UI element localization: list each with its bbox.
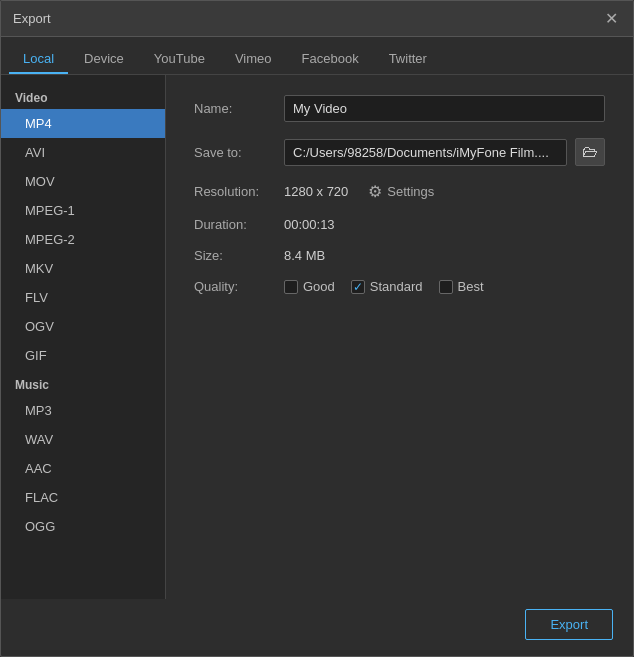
- settings-button[interactable]: ⚙ Settings: [368, 182, 434, 201]
- sidebar: Video MP4 AVI MOV MPEG-1 MPEG-2 MKV FLV …: [1, 75, 166, 599]
- sidebar-item-avi[interactable]: AVI: [1, 138, 165, 167]
- size-row: Size: 8.4 MB: [194, 248, 605, 263]
- main-panel: Name: Save to: 🗁 Resolution: 1280 x 720: [166, 75, 633, 599]
- sidebar-item-flac[interactable]: FLAC: [1, 483, 165, 512]
- quality-best-checkbox[interactable]: [439, 280, 453, 294]
- export-button[interactable]: Export: [525, 609, 613, 640]
- size-label: Size:: [194, 248, 284, 263]
- save-to-input[interactable]: [284, 139, 567, 166]
- tab-youtube[interactable]: YouTube: [140, 45, 219, 74]
- tab-local[interactable]: Local: [9, 45, 68, 74]
- size-value: 8.4 MB: [284, 248, 325, 263]
- save-to-label: Save to:: [194, 145, 284, 160]
- gear-icon: ⚙: [368, 182, 382, 201]
- sidebar-item-mkv[interactable]: MKV: [1, 254, 165, 283]
- name-control: [284, 95, 605, 122]
- quality-best-label: Best: [458, 279, 484, 294]
- sidebar-video-section: Video: [1, 83, 165, 109]
- sidebar-item-ogg[interactable]: OGG: [1, 512, 165, 541]
- quality-standard-checkbox[interactable]: ✓: [351, 280, 365, 294]
- quality-standard-label: Standard: [370, 279, 423, 294]
- quality-good-checkbox[interactable]: [284, 280, 298, 294]
- tab-bar: Local Device YouTube Vimeo Facebook Twit…: [1, 37, 633, 75]
- export-window: Export ✕ Local Device YouTube Vimeo Face…: [0, 0, 634, 657]
- sidebar-item-gif[interactable]: GIF: [1, 341, 165, 370]
- quality-control: Good ✓ Standard Best: [284, 279, 605, 294]
- duration-value: 00:00:13: [284, 217, 335, 232]
- footer: Export: [1, 599, 633, 656]
- title-bar: Export ✕: [1, 1, 633, 37]
- window-title: Export: [13, 11, 51, 26]
- sidebar-item-ogv[interactable]: OGV: [1, 312, 165, 341]
- name-row: Name:: [194, 95, 605, 122]
- sidebar-item-mpeg1[interactable]: MPEG-1: [1, 196, 165, 225]
- sidebar-item-mpeg2[interactable]: MPEG-2: [1, 225, 165, 254]
- quality-good-label: Good: [303, 279, 335, 294]
- resolution-row: Resolution: 1280 x 720 ⚙ Settings: [194, 182, 605, 201]
- duration-control: 00:00:13: [284, 217, 605, 232]
- quality-label: Quality:: [194, 279, 284, 294]
- sidebar-item-wav[interactable]: WAV: [1, 425, 165, 454]
- tab-vimeo[interactable]: Vimeo: [221, 45, 286, 74]
- sidebar-item-flv[interactable]: FLV: [1, 283, 165, 312]
- quality-best-option[interactable]: Best: [439, 279, 484, 294]
- quality-row: Quality: Good ✓ Standard: [194, 279, 605, 294]
- sidebar-item-mov[interactable]: MOV: [1, 167, 165, 196]
- resolution-label: Resolution:: [194, 184, 284, 199]
- tab-device[interactable]: Device: [70, 45, 138, 74]
- name-label: Name:: [194, 101, 284, 116]
- tab-twitter[interactable]: Twitter: [375, 45, 441, 74]
- quality-good-option[interactable]: Good: [284, 279, 335, 294]
- settings-label: Settings: [387, 184, 434, 199]
- name-input[interactable]: [284, 95, 605, 122]
- tab-facebook[interactable]: Facebook: [288, 45, 373, 74]
- quality-standard-option[interactable]: ✓ Standard: [351, 279, 423, 294]
- resolution-control: 1280 x 720 ⚙ Settings: [284, 182, 605, 201]
- save-to-control: 🗁: [284, 138, 605, 166]
- duration-row: Duration: 00:00:13: [194, 217, 605, 232]
- sidebar-item-mp3[interactable]: MP3: [1, 396, 165, 425]
- save-to-row: Save to: 🗁: [194, 138, 605, 166]
- size-control: 8.4 MB: [284, 248, 605, 263]
- duration-label: Duration:: [194, 217, 284, 232]
- browse-folder-button[interactable]: 🗁: [575, 138, 605, 166]
- content-area: Video MP4 AVI MOV MPEG-1 MPEG-2 MKV FLV …: [1, 75, 633, 599]
- close-button[interactable]: ✕: [601, 9, 621, 29]
- quality-group: Good ✓ Standard Best: [284, 279, 484, 294]
- resolution-value: 1280 x 720: [284, 184, 348, 199]
- sidebar-item-mp4[interactable]: MP4: [1, 109, 165, 138]
- sidebar-item-aac[interactable]: AAC: [1, 454, 165, 483]
- check-icon: ✓: [353, 280, 363, 294]
- sidebar-music-section: Music: [1, 370, 165, 396]
